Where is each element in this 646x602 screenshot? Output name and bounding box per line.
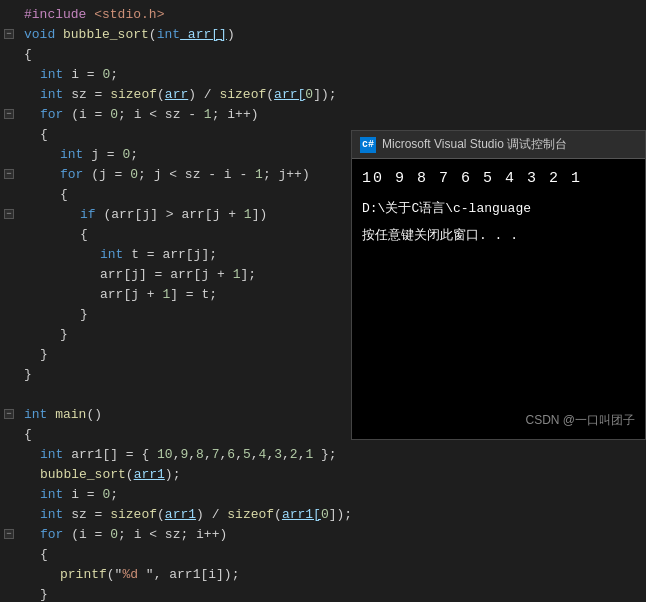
token: main bbox=[55, 407, 86, 422]
collapse-icon-11[interactable]: − bbox=[4, 209, 14, 219]
code-line-18: } bbox=[0, 344, 360, 364]
line-inner-7: { bbox=[36, 127, 48, 142]
token: i = bbox=[63, 487, 102, 502]
token: %d bbox=[122, 567, 145, 582]
token: if bbox=[80, 207, 96, 222]
code-line-26: int sz = sizeof(arr1) / sizeof(arr1[0]); bbox=[0, 504, 360, 524]
code-line-19: } bbox=[0, 364, 360, 384]
code-line-12: { bbox=[0, 224, 360, 244]
gutter-3 bbox=[0, 44, 18, 64]
terminal-path: D:\关于C语言\c-language bbox=[362, 201, 531, 216]
code-line-10: { bbox=[0, 184, 360, 204]
code-line-17: } bbox=[0, 324, 360, 344]
gutter-11[interactable]: − bbox=[0, 204, 18, 224]
line-inner-6: for (i = 0; i < sz - 1; i++) bbox=[36, 107, 258, 122]
gutter-10 bbox=[0, 184, 18, 204]
terminal-output: 10 9 8 7 6 5 4 3 2 1 bbox=[362, 167, 635, 191]
line-inner-23: int arr1[] = { 10,9,8,7,6,5,4,3,2,1 }; bbox=[36, 447, 337, 462]
token: int bbox=[40, 487, 63, 502]
token: 0 bbox=[110, 527, 118, 542]
code-line-5: int sz = sizeof(arr) / sizeof(arr[0]); bbox=[0, 84, 360, 104]
token: 8 bbox=[196, 447, 204, 462]
token: (" bbox=[107, 567, 123, 582]
line-inner-25: int i = 0; bbox=[36, 487, 118, 502]
code-line-15: arr[j + 1] = t; bbox=[0, 284, 360, 304]
token: ]) bbox=[252, 207, 268, 222]
gutter-8 bbox=[0, 144, 18, 164]
gutter-7 bbox=[0, 124, 18, 144]
terminal-titlebar: c# Microsoft Visual Studio 调试控制台 bbox=[352, 131, 645, 159]
code-line-6: − for (i = 0; i < sz - 1; i++) bbox=[0, 104, 360, 124]
code-line-1: #include <stdio.h> bbox=[0, 4, 360, 24]
line-inner-30: } bbox=[36, 587, 48, 602]
token: ( bbox=[149, 27, 157, 42]
token: ) / bbox=[196, 507, 227, 522]
token: void bbox=[24, 27, 63, 42]
token: 7 bbox=[212, 447, 220, 462]
token: }; bbox=[313, 447, 336, 462]
token: int bbox=[100, 247, 123, 262]
terminal-prompt: 按任意键关闭此窗口. . . bbox=[362, 228, 518, 243]
code-line-16: } bbox=[0, 304, 360, 324]
code-line-30: } bbox=[0, 584, 360, 602]
token: int bbox=[40, 507, 63, 522]
token: } bbox=[40, 587, 48, 602]
gutter-19 bbox=[0, 364, 18, 384]
gutter-9[interactable]: − bbox=[0, 164, 18, 184]
collapse-icon-2[interactable]: − bbox=[4, 29, 14, 39]
token: arr1 bbox=[134, 467, 165, 482]
code-line-4: int i = 0; bbox=[0, 64, 360, 84]
collapse-icon-27[interactable]: − bbox=[4, 529, 14, 539]
token: , bbox=[251, 447, 259, 462]
token: for bbox=[60, 167, 83, 182]
collapse-icon-9[interactable]: − bbox=[4, 169, 14, 179]
gutter-1 bbox=[0, 4, 18, 24]
line-inner-18: } bbox=[36, 347, 48, 362]
token: 3 bbox=[274, 447, 282, 462]
token: int bbox=[40, 87, 63, 102]
token: , bbox=[204, 447, 212, 462]
terminal-title: Microsoft Visual Studio 调试控制台 bbox=[382, 136, 567, 153]
code-line-23: int arr1[] = { 10,9,8,7,6,5,4,3,2,1 }; bbox=[0, 444, 360, 464]
gutter-18 bbox=[0, 344, 18, 364]
token: arr[j] = arr[j + bbox=[100, 267, 233, 282]
collapse-icon-6[interactable]: − bbox=[4, 109, 14, 119]
token: } bbox=[80, 307, 88, 322]
code-line-8: int j = 0; bbox=[0, 144, 360, 164]
token: int bbox=[40, 67, 63, 82]
terminal-body: 10 9 8 7 6 5 4 3 2 1 D:\关于C语言\c-language… bbox=[352, 159, 645, 255]
token: arr1[ bbox=[282, 507, 321, 522]
line-inner-8: int j = 0; bbox=[56, 147, 138, 162]
line-inner-1: #include <stdio.h> bbox=[20, 7, 164, 22]
code-line-29: printf("%d ", arr1[i]); bbox=[0, 564, 360, 584]
gutter-28 bbox=[0, 544, 18, 564]
code-content: #include <stdio.h> − void bubble_sort(in… bbox=[0, 0, 360, 602]
token: ; bbox=[110, 67, 118, 82]
gutter-14 bbox=[0, 264, 18, 284]
token: sizeof bbox=[110, 507, 157, 522]
gutter-23 bbox=[0, 444, 18, 464]
code-line-13: int t = arr[j]; bbox=[0, 244, 360, 264]
gutter-26 bbox=[0, 504, 18, 524]
token: ( bbox=[274, 507, 282, 522]
gutter-27[interactable]: − bbox=[0, 524, 18, 544]
token: ]); bbox=[313, 87, 336, 102]
gutter-21[interactable]: − bbox=[0, 404, 18, 424]
token: int bbox=[24, 407, 47, 422]
token: { bbox=[24, 47, 32, 62]
collapse-icon-21[interactable]: − bbox=[4, 409, 14, 419]
gutter-6[interactable]: − bbox=[0, 104, 18, 124]
token: sz = bbox=[63, 87, 110, 102]
line-inner-26: int sz = sizeof(arr1) / sizeof(arr1[0]); bbox=[36, 507, 352, 522]
token: 1 bbox=[204, 107, 212, 122]
token: ( bbox=[157, 87, 165, 102]
gutter-13 bbox=[0, 244, 18, 264]
token: j = bbox=[83, 147, 122, 162]
gutter-29 bbox=[0, 564, 18, 584]
gutter-2[interactable]: − bbox=[0, 24, 18, 44]
token: 10 bbox=[157, 447, 173, 462]
token: ( bbox=[266, 87, 274, 102]
terminal-panel: c# Microsoft Visual Studio 调试控制台 10 9 8 … bbox=[351, 130, 646, 440]
token: printf bbox=[60, 567, 107, 582]
token: ) bbox=[227, 27, 235, 42]
